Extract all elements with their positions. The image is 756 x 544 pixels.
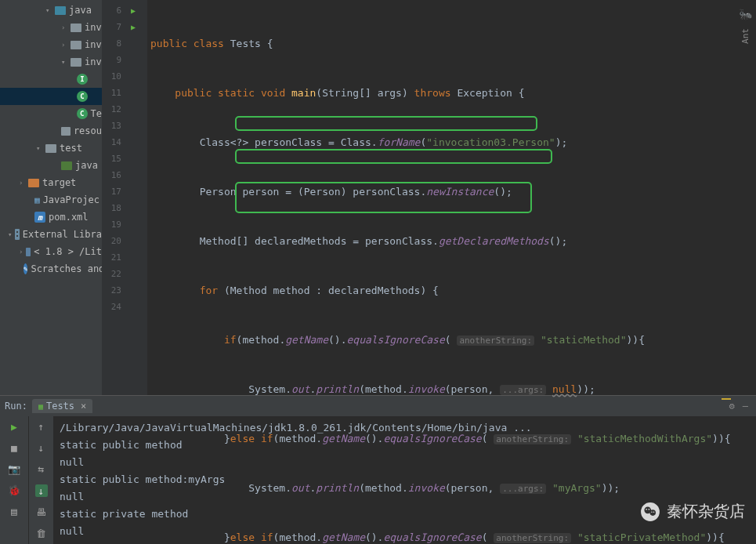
code-editor[interactable]: 6789101112131415161718192021222324 ▶ ▶ p… <box>102 0 734 395</box>
project-tree[interactable]: ▾java ›inv ›inv ▾inv I C CTe resou ▾test… <box>0 0 102 395</box>
rerun-icon[interactable]: ▶ <box>11 421 17 433</box>
tree-folder-resources[interactable]: resou <box>0 122 102 140</box>
tree-scratches[interactable]: ✎Scratches and <box>0 260 102 277</box>
close-icon[interactable]: × <box>81 401 86 412</box>
tree-file-1[interactable]: I <box>0 71 102 88</box>
debug-icon[interactable]: 🐞 <box>8 484 20 496</box>
tree-folder-inv1[interactable]: ›inv <box>0 19 102 36</box>
up-icon[interactable]: ↑ <box>38 421 45 433</box>
tree-file-te[interactable]: CTe <box>0 105 102 122</box>
layout-icon[interactable]: ▤ <box>11 506 17 517</box>
highlight-box-2 <box>235 149 552 164</box>
tree-file-2[interactable]: C <box>0 88 102 105</box>
tree-folder-inv3[interactable]: ▾inv <box>0 53 102 71</box>
tree-file-pom[interactable]: mpom.xml <box>0 209 102 226</box>
tree-jdk[interactable]: ›< 1.8 > /Lit <box>0 243 102 260</box>
trash-icon[interactable]: 🗑 <box>36 528 46 539</box>
run-label: Run: <box>5 401 27 412</box>
tree-folder-target[interactable]: ›target <box>0 174 102 191</box>
download-icon[interactable]: ↓ <box>35 484 48 497</box>
tree-folder-testjava[interactable]: java <box>0 157 102 174</box>
run-class-icon[interactable]: ▶ <box>125 2 141 19</box>
ant-label[interactable]: Ant <box>740 28 751 44</box>
stop-icon[interactable]: ■ <box>11 442 17 454</box>
run-toolbar-left[interactable]: ▶ ■ 📷 🐞 ▤ <box>0 416 28 544</box>
right-rail[interactable]: 🐜 Ant <box>734 0 756 395</box>
run-toolbar-right[interactable]: ↑ ↓ ⇆ ↓ 🖶 🗑 <box>28 416 53 544</box>
tree-folder-java[interactable]: ▾java <box>0 2 102 19</box>
tree-folder-test[interactable]: ▾test <box>0 140 102 157</box>
line-numbers: 6789101112131415161718192021222324 <box>102 0 125 395</box>
down-icon[interactable]: ↓ <box>38 442 45 454</box>
editor-gutter: 6789101112131415161718192021222324 ▶ ▶ <box>102 0 147 395</box>
tree-external-libs[interactable]: ▾External Libra <box>0 226 102 243</box>
minimize-icon[interactable]: — <box>743 401 748 412</box>
gutter-icons[interactable]: ▶ ▶ <box>125 0 141 395</box>
warning-marker <box>722 398 731 400</box>
screenshot-icon[interactable]: 📷 <box>8 463 20 475</box>
tree-folder-inv2[interactable]: ›inv <box>0 36 102 53</box>
tree-file-iml[interactable]: ▦JavaProjec <box>0 191 102 209</box>
run-main-icon[interactable]: ▶ <box>125 19 141 35</box>
ant-icon[interactable]: 🐜 <box>739 8 752 20</box>
print-icon[interactable]: 🖶 <box>36 506 46 518</box>
wrap-icon[interactable]: ⇆ <box>38 463 45 475</box>
highlight-box-1 <box>235 116 537 131</box>
run-tab[interactable]: ▦ Tests × <box>32 399 92 413</box>
code-area[interactable]: public class Tests { public static void … <box>147 0 734 395</box>
